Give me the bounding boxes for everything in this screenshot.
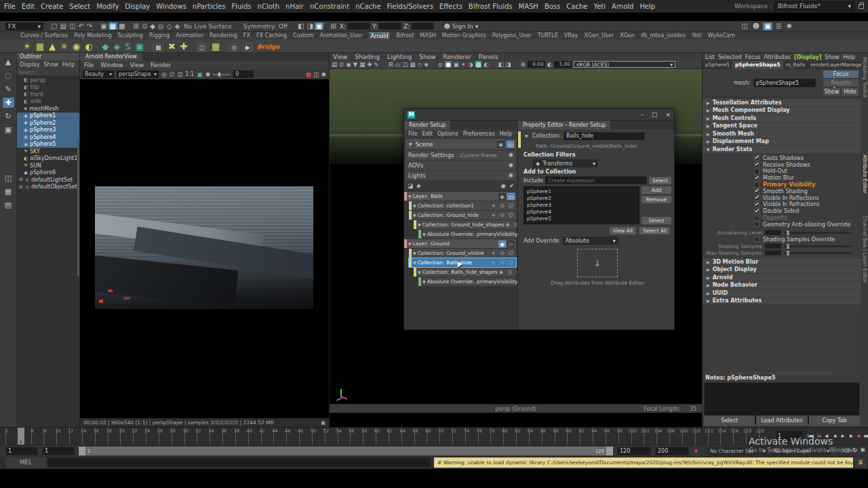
single-pane-layout-icon[interactable]: ◫ (3, 173, 14, 183)
shelf-tab[interactable]: FX Caching (256, 33, 287, 39)
gear-icon[interactable]: ✱ (508, 152, 513, 159)
viewport-menu-item[interactable]: Renderer (443, 54, 471, 60)
playback-end-field[interactable] (617, 447, 651, 455)
menu-item[interactable]: Modify (96, 3, 119, 10)
list-item[interactable]: pSphere4 (527, 209, 636, 216)
menu-item[interactable]: Windows (156, 3, 186, 10)
volume-icon[interactable]: ◁) (842, 447, 849, 453)
view-transform-dropdown[interactable]: sRGB (ACES)▾ (574, 61, 675, 68)
lock-icon[interactable] (859, 4, 864, 9)
mesh-light-icon[interactable]: ◉ (73, 41, 80, 52)
layer-tree-row[interactable]: ▼ Layer: Ground ◉ ▭ (404, 239, 516, 248)
paint-select-tool-icon[interactable]: ✎ (3, 84, 14, 94)
view-all-button[interactable]: View All (610, 227, 636, 235)
layer-tree-row[interactable]: ▼ Collection: collection1 + ⊙ ∅ (409, 201, 516, 210)
pan-zoom-icon[interactable]: ✚ (367, 61, 372, 68)
gear-icon[interactable]: ✱ (508, 162, 513, 169)
shelf-tab[interactable]: Motion Graphics (442, 33, 486, 39)
node-tab[interactable]: renderLayerManager (808, 61, 861, 69)
menu-item[interactable]: Select (69, 3, 90, 10)
step-back-key-button[interactable]: |◀ (814, 430, 822, 441)
property-editor-tab[interactable]: Property Editor - Render Setup (518, 121, 610, 129)
sign-in-button[interactable]: ☻ Sign In ▾ (443, 23, 478, 30)
override-mode-dropdown[interactable]: Absolute ▾ (563, 237, 618, 245)
gamma-field[interactable]: 1.00 (554, 61, 572, 68)
outliner-item[interactable]: pSphere1 (17, 113, 79, 120)
renderview-canvas[interactable] (80, 79, 329, 418)
presets-button[interactable]: Presets (823, 79, 859, 87)
checkbox[interactable] (754, 188, 760, 194)
menu-item[interactable]: Boss (545, 3, 560, 10)
attribute-editor-menu-item[interactable]: List (705, 54, 715, 60)
light-portal-icon[interactable]: ◐ (85, 41, 92, 52)
area-light-icon[interactable]: ▦ (36, 41, 44, 52)
shelf-tab[interactable]: Arnold (369, 33, 391, 39)
isolate-select-icon[interactable]: ◧ (498, 61, 503, 68)
attribute-section[interactable]: ▶Mesh Controls (703, 115, 861, 122)
dock-vertical-tab[interactable]: Attribute Editor (862, 155, 868, 194)
enable-icon[interactable]: ⊙ (513, 222, 517, 228)
exposure-slider[interactable] (213, 74, 231, 75)
enable-icon[interactable]: ⊙ (498, 212, 506, 219)
max-shading-samples-field[interactable] (765, 250, 781, 256)
layer-tree-row[interactable]: ▼ Absolute Override: primaryVisibility1 … (418, 277, 516, 286)
shelf-tab[interactable]: XGen (620, 33, 635, 39)
exposure-field[interactable]: 0.00 (528, 61, 545, 68)
scene-row[interactable]: ▼ Scene ◉ ▭ (406, 139, 516, 149)
abort-render-icon[interactable]: ■ (305, 71, 311, 78)
renderview-menu-item[interactable]: Render (151, 62, 171, 68)
aov-dropdown[interactable]: Beauty▾ (83, 70, 114, 78)
render-setup-row[interactable]: Render Settings Current Frame ✱ (406, 150, 516, 160)
shading-samples-slider[interactable] (784, 245, 852, 247)
layer-tree-row[interactable]: ▼ Collection: Ground_hide_shapes ◈ ⊙ ∅ (414, 220, 516, 229)
shelf-tab[interactable]: Polygons_User (492, 33, 532, 39)
minimize-button[interactable]: – (640, 111, 644, 118)
close-button[interactable]: × (665, 111, 671, 118)
shelf-tab[interactable]: Rendering (210, 33, 237, 39)
renderable-icon[interactable]: ▭ (507, 141, 514, 148)
shelf-tab[interactable]: WylieCam (708, 33, 735, 39)
add-button[interactable]: Add (642, 186, 671, 194)
field-chart-icon[interactable]: ◇ (418, 61, 422, 68)
visibility-column-icon[interactable]: ◉ (500, 182, 505, 189)
attribute-section[interactable]: ▶Mesh Component Display (703, 107, 861, 115)
lock-camera-icon[interactable]: ⊙ (339, 61, 344, 68)
grease-pencil-icon[interactable]: ✎ (374, 61, 378, 68)
tx-manager-icon[interactable]: ✖ (168, 41, 176, 52)
symmetry-dropdown[interactable]: Symmetry: Off (243, 23, 288, 30)
shelf-tab[interactable]: Bifrost (396, 33, 414, 39)
render-setup-row[interactable]: Lights ✱ (406, 171, 516, 180)
lights-icon[interactable]: ☀ (461, 61, 467, 68)
coordinate-field[interactable] (378, 22, 401, 30)
checkbox[interactable] (754, 216, 760, 221)
modeling-toolkit-toggle-icon[interactable]: ◫ (740, 22, 749, 30)
gate-mask-icon[interactable]: ▩ (410, 61, 416, 68)
step-forward-frame-button[interactable]: |▶ (847, 430, 854, 441)
checkbox[interactable] (754, 195, 760, 201)
grid-snap-xyz-icon[interactable]: ⊞ (329, 22, 337, 30)
attribute-editor-menu-item[interactable]: Attributes (764, 54, 791, 60)
menu-item[interactable]: Edit (22, 3, 35, 10)
outliner-menu-item[interactable]: Help (62, 62, 75, 68)
menu-item[interactable]: Effects (439, 3, 462, 10)
select-button[interactable]: Select (642, 217, 671, 224)
shelf-tab[interactable]: FX (243, 33, 250, 39)
shading-samples-field[interactable] (765, 243, 781, 249)
point-light-icon[interactable]: ✳ (60, 41, 68, 52)
list-item[interactable]: pSphere3 (527, 202, 636, 209)
attribute-editor-bottom-button[interactable]: Copy Tab (809, 415, 860, 426)
outliner-item[interactable]: pSphere5 (17, 141, 79, 148)
anim-layer-dropdown[interactable]: No Anim Layer▾ (772, 447, 831, 455)
menu-item[interactable]: Bifrost Fluids (469, 3, 513, 10)
maximize-button[interactable]: □ (652, 111, 658, 118)
playback-start-field[interactable] (42, 447, 75, 455)
open-scene-icon[interactable]: ▤ (58, 22, 67, 30)
render-setup-titlebar[interactable]: M – □ × (404, 109, 674, 121)
layer-tree-row[interactable]: ▼ Collection: Balls_hide + ⊙ ∅ (409, 258, 516, 267)
camera-attributes-icon[interactable]: ◉ (346, 61, 351, 68)
filter-dropdown[interactable]: ◈ Transforms ▾ (533, 159, 598, 167)
move-tool-icon[interactable]: ✚ (3, 98, 14, 108)
bifrost-bridge-icon[interactable]: Bridge (257, 43, 279, 50)
go-to-end-button[interactable]: ▶▶| (863, 430, 868, 441)
checkbox[interactable] (754, 202, 760, 207)
